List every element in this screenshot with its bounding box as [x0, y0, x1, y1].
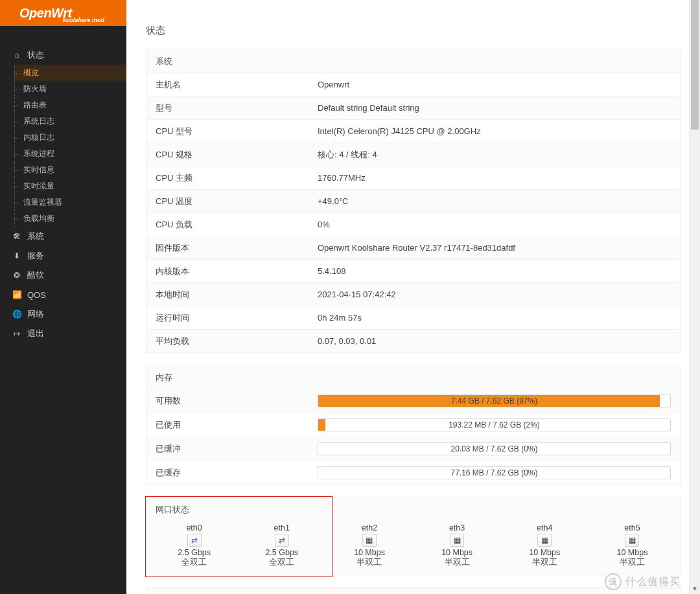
content: 状态 系统 主机名Openwrt型号Default string Default…	[126, 0, 700, 594]
scroll-down-icon[interactable]: ▼	[690, 583, 700, 594]
port-duplex: 全双工	[150, 557, 238, 568]
nav-group-4[interactable]: 🌐网络	[0, 304, 126, 324]
port-duplex: 全双工	[238, 557, 325, 568]
panel-title-memory: 内存	[146, 365, 680, 389]
nav-sub-status: 概览防火墙路由表系统日志内核日志系统进程实时信息实时流量流量监视器负载均衡	[0, 65, 126, 227]
panel-network: 网络	[146, 587, 681, 594]
port-name: eth1	[238, 523, 325, 532]
panel-system: 系统 主机名Openwrt型号Default string Default st…	[146, 49, 681, 353]
port-name: eth4	[501, 523, 589, 532]
system-row-value: 核心: 4 / 线程: 4	[318, 149, 671, 161]
scrollbar[interactable]: ▲ ▼	[689, 0, 700, 594]
watermark-text: 什么值得买	[625, 575, 681, 589]
退出-icon: ↦	[12, 329, 22, 338]
sidebar-item-7[interactable]: 实时流量	[14, 178, 126, 194]
system-row-label: 主机名	[156, 79, 318, 91]
system-row-label: 内核版本	[156, 266, 318, 277]
panel-ports: 网口状态 eth0⇄2.5 Gbps全双工eth1⇄2.5 Gbps全双工eth…	[146, 497, 681, 575]
scroll-thumb[interactable]	[691, 0, 699, 130]
nav-group-2[interactable]: ❂酷软	[0, 266, 126, 285]
port-speed: 10 Mbps	[325, 548, 413, 557]
nav-group-label: 系统	[27, 231, 44, 242]
nav-group-label: 酷软	[27, 269, 44, 281]
system-row: 型号Default string Default string	[146, 96, 680, 119]
system-row: CPU 型号Intel(R) Celeron(R) J4125 CPU @ 2.…	[146, 119, 680, 143]
memory-row-label: 可用数	[156, 395, 318, 407]
system-row-label: 型号	[156, 102, 318, 114]
system-row-value: 2021-04-15 07:42:42	[318, 290, 671, 299]
port-name: eth3	[414, 523, 501, 532]
port-name: eth0	[150, 523, 238, 532]
panel-memory: 内存 可用数7.44 GB / 7.62 GB (97%)已使用193.22 M…	[146, 365, 681, 485]
system-row: 内核版本5.4.108	[146, 259, 680, 282]
服务-icon: ⬇	[12, 251, 22, 260]
port-eth4: eth4▦10 Mbps半双工	[501, 523, 589, 568]
酷软-icon: ❂	[12, 271, 22, 280]
system-row-value: 0%	[318, 220, 671, 229]
sidebar-item-3[interactable]: 系统日志	[14, 113, 126, 130]
system-row-value: Intel(R) Celeron(R) J4125 CPU @ 2.00GHz	[318, 126, 671, 136]
memory-row: 已缓存77.16 MB / 7.62 GB (0%)	[146, 461, 680, 485]
nav-group-status[interactable]: ⌂ 状态	[0, 45, 126, 65]
memory-bar-text: 193.22 MB / 7.62 GB (2%)	[318, 419, 670, 431]
sidebar-item-8[interactable]: 流量监视器	[14, 194, 126, 211]
system-row-value: +49.0°C	[318, 196, 671, 206]
port-nolink-icon: ▦	[450, 534, 464, 547]
port-name: eth5	[589, 523, 676, 532]
port-link-icon: ⇄	[187, 534, 202, 547]
nav-group-label: 网络	[27, 308, 44, 320]
watermark: 值 什么值得买	[605, 573, 681, 590]
sidebar-item-1[interactable]: 防火墙	[14, 81, 126, 97]
nav: ⌂ 状态 概览防火墙路由表系统日志内核日志系统进程实时信息实时流量流量监视器负载…	[0, 26, 126, 343]
brand-subtitle: koolshare mod	[63, 17, 104, 23]
sidebar-item-9[interactable]: 负载均衡	[14, 211, 126, 227]
port-speed: 10 Mbps	[589, 548, 676, 557]
page-title: 状态	[146, 25, 681, 37]
system-row: CPU 负载0%	[146, 212, 680, 236]
system-row-value: Default string Default string	[318, 103, 671, 113]
memory-bar: 7.44 GB / 7.62 GB (97%)	[318, 394, 671, 407]
sidebar-item-6[interactable]: 实时信息	[14, 162, 126, 178]
panel-title-network: 网络	[146, 588, 680, 594]
port-eth3: eth3▦10 Mbps半双工	[414, 523, 501, 568]
port-nolink-icon: ▦	[625, 534, 639, 547]
QOS-icon: 📶	[12, 290, 22, 299]
port-name: eth2	[325, 523, 413, 532]
nav-group-0[interactable]: 🛠系统	[0, 227, 126, 246]
sidebar-item-0[interactable]: 概览	[14, 65, 126, 81]
nav-group-label: 服务	[27, 250, 44, 262]
system-row: 平均负载0.07, 0.03, 0.01	[146, 329, 680, 352]
system-row: CPU 规格核心: 4 / 线程: 4	[146, 143, 680, 166]
sidebar-item-4[interactable]: 内核日志	[14, 130, 126, 146]
system-row: 运行时间0h 24m 57s	[146, 306, 680, 329]
nav-group-3[interactable]: 📶QOS	[0, 285, 126, 304]
port-duplex: 半双工	[589, 557, 676, 568]
nav-group-5[interactable]: ↦退出	[0, 324, 126, 343]
panel-title-ports: 网口状态	[146, 497, 680, 521]
memory-row: 已缓冲20.03 MB / 7.62 GB (0%)	[146, 437, 680, 461]
sidebar-item-5[interactable]: 系统进程	[14, 146, 126, 162]
system-row-label: CPU 负载	[156, 219, 318, 231]
sidebar-item-2[interactable]: 路由表	[14, 97, 126, 113]
system-row-label: 运行时间	[156, 312, 318, 324]
nav-group-1[interactable]: ⬇服务	[0, 246, 126, 266]
nav-group-label: 退出	[27, 328, 44, 339]
system-row-label: CPU 主频	[156, 172, 318, 184]
system-row-value: Openwrt Koolshare Router V2.37 r17471-8e…	[318, 243, 671, 253]
memory-row-label: 已缓冲	[156, 443, 318, 455]
system-row-label: 固件版本	[156, 242, 318, 254]
system-row-label: CPU 温度	[156, 196, 318, 207]
system-row-value: Openwrt	[318, 80, 671, 89]
memory-bar-text: 7.44 GB / 7.62 GB (97%)	[318, 395, 670, 407]
system-row: 固件版本Openwrt Koolshare Router V2.37 r1747…	[146, 236, 680, 259]
system-row: CPU 主频1760.77MHz	[146, 166, 680, 189]
port-speed: 2.5 Gbps	[150, 548, 238, 557]
port-eth1: eth1⇄2.5 Gbps全双工	[238, 523, 325, 568]
system-row: 主机名Openwrt	[146, 73, 680, 96]
panel-title-system: 系统	[146, 49, 680, 73]
brand-logo: OpenWrt koolshare mod	[0, 0, 126, 26]
memory-bar: 77.16 MB / 7.62 GB (0%)	[318, 466, 671, 479]
memory-row-label: 已缓存	[156, 467, 318, 479]
网络-icon: 🌐	[12, 310, 22, 319]
port-nolink-icon: ▦	[362, 534, 377, 547]
